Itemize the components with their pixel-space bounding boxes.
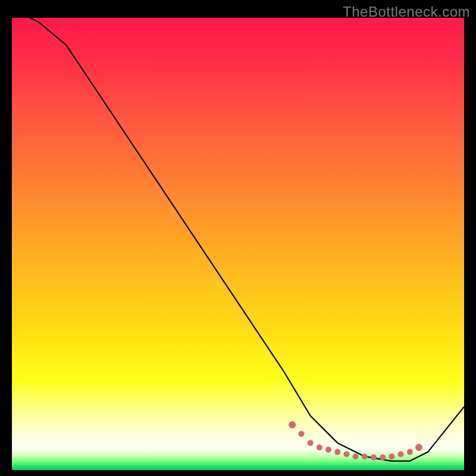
marker-dot (298, 431, 304, 437)
plot-area (12, 18, 464, 470)
marker-dot (308, 440, 314, 446)
marker-dot (334, 449, 340, 455)
chart-svg (12, 18, 464, 470)
watermark-text: TheBottleneck.com (343, 4, 470, 20)
marker-dot (407, 449, 413, 455)
marker-dot (317, 444, 322, 450)
chart-container: TheBottleneck.com (0, 0, 476, 476)
marker-dot (389, 453, 394, 459)
optimal-range-markers (289, 421, 422, 461)
marker-dot (353, 453, 359, 459)
marker-dot (362, 453, 368, 459)
marker-dot (371, 455, 377, 461)
marker-dot (398, 451, 404, 457)
bottleneck-curve (12, 18, 464, 461)
marker-dot (343, 451, 349, 457)
marker-dot (325, 447, 331, 453)
marker-dot (415, 444, 422, 451)
marker-dot (380, 455, 386, 461)
marker-dot (289, 421, 296, 428)
